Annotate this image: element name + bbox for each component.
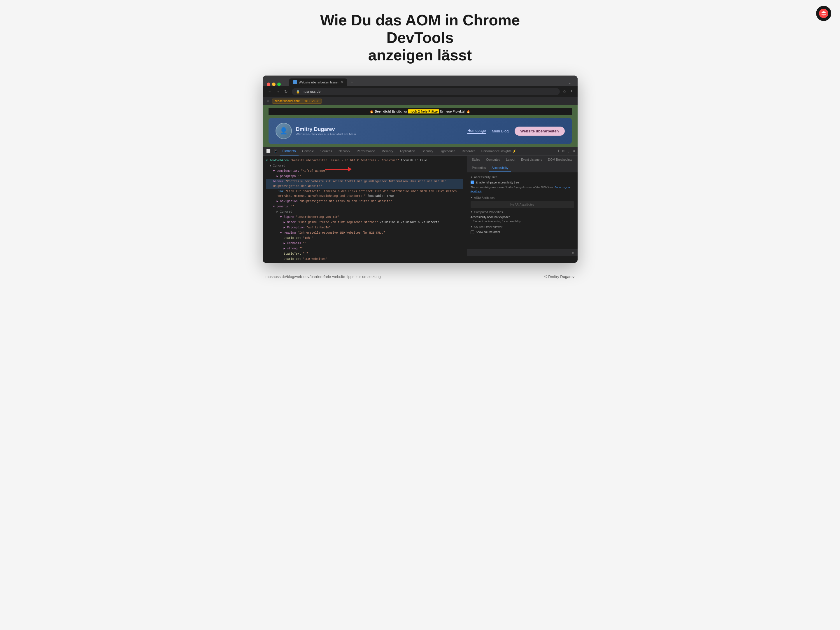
nav-link-homepage[interactable]: Homepage	[467, 128, 486, 134]
tab-recorder[interactable]: Recorder	[459, 147, 478, 155]
back-button[interactable]: ←	[267, 89, 273, 95]
cta-button[interactable]: Website überarbeiten	[515, 127, 565, 136]
dom-line: ▶ meter "Fünf gelbe Sterne von fünf mögl…	[266, 220, 463, 225]
right-tabs: Styles Computed Layout Event Listeners D…	[467, 156, 578, 173]
footer-copyright: © Dmitry Dugarev	[544, 274, 575, 279]
element-chip: header.header.dark 1501×129.36	[272, 98, 322, 103]
devtools-more-button[interactable]: ⋮	[567, 149, 571, 153]
show-source-order-checkbox[interactable]	[471, 230, 474, 234]
nav-link-blog[interactable]: Mein Blog	[492, 129, 509, 133]
dom-line: StaticText " "	[266, 252, 463, 256]
enable-checkbox[interactable]: ✓	[471, 180, 474, 184]
tab-console[interactable]: Console	[299, 147, 317, 155]
dom-line: ▼ generic ""	[266, 204, 463, 209]
devtools-right-panel: Styles Computed Layout Event Listeners D…	[467, 156, 578, 249]
promo-highlight: noch 2 freie Plätze	[408, 109, 439, 114]
right-tab-accessibility[interactable]: Accessibility	[489, 164, 511, 172]
dom-line: ▶ Figcaption "auf LinkedIn"	[266, 225, 463, 230]
tab-title-text: Website überarbeiten lassen	[299, 81, 339, 84]
maximize-window-button[interactable]	[277, 82, 281, 86]
dom-line: ▶ navigation "Hauptnavigation mit Links …	[266, 199, 463, 204]
accessibility-info-text: The accessibility tree moved to the top …	[471, 185, 574, 194]
computed-properties-label: Computed Properties	[474, 210, 503, 214]
right-tab-styles[interactable]: Styles	[469, 156, 483, 163]
tab-lighthouse[interactable]: Lighthouse	[437, 147, 458, 155]
page-title: Wie Du das AOM in Chrome DevTools anzeig…	[289, 12, 551, 64]
inspect-element-button[interactable]: ⬜	[265, 149, 272, 153]
tab-network[interactable]: Network	[336, 147, 353, 155]
dom-line: StaticText " für "	[266, 262, 463, 263]
source-order-label: Source Order Viewer	[474, 225, 502, 229]
tab-close-button[interactable]: ×	[341, 80, 343, 84]
tab-elements[interactable]: Elements	[279, 147, 299, 155]
dom-line: ▼ RootWebArea "Website überarbeiten lass…	[266, 158, 463, 163]
refresh-button[interactable]: ↻	[283, 89, 289, 95]
accessibility-tree-label: Accessibility Tree	[474, 175, 497, 179]
logo-icon[interactable]	[816, 6, 831, 21]
tab-security[interactable]: Security	[419, 147, 436, 155]
dom-line: ▶ strong ""	[266, 246, 463, 252]
bookmark-button[interactable]: ☆	[563, 89, 567, 94]
dom-line: ▼ figure "Gesamtbewertung von mir"	[266, 215, 463, 220]
element-highlight-bar: ✉ header.header.dark 1501×129.36	[263, 97, 578, 105]
tab-performance[interactable]: Performance	[354, 147, 378, 155]
close-window-button[interactable]	[267, 82, 270, 86]
devtools-settings-button[interactable]: 1	[557, 149, 559, 153]
tab-application[interactable]: Application	[396, 147, 418, 155]
enable-checkbox-row: ✓ Enable full-page accessibility tree	[471, 180, 574, 184]
devtools-body: ▼ RootWebArea "Website überarbeiten lass…	[263, 156, 578, 249]
show-source-order-label: Show source order	[476, 230, 501, 234]
new-tab-button[interactable]: +	[349, 78, 356, 86]
computed-prop-2: Element not interesting for accessibilit…	[471, 220, 574, 223]
close-drawer-button[interactable]: ×	[572, 251, 574, 255]
address-text: musnuss.de	[302, 90, 321, 93]
footer: musnuss.de/blog/web-dev/barrierefreie-we…	[263, 274, 578, 279]
more-button[interactable]: ⋮	[569, 89, 573, 94]
forward-button[interactable]: →	[275, 89, 281, 95]
traffic-lights	[267, 82, 281, 86]
tab-sources[interactable]: Sources	[317, 147, 335, 155]
devtools-close-button[interactable]: ×	[573, 149, 575, 153]
promo-bar: 🔥 Beeil dich! Es gibt nur noch 2 freie P…	[268, 108, 572, 115]
right-tab-computed[interactable]: Computed	[483, 156, 503, 163]
dom-tree[interactable]: ▼ RootWebArea "Website überarbeiten lass…	[263, 156, 467, 263]
show-source-order-row: Show source order	[471, 230, 574, 234]
tab-performance-insights[interactable]: Performance insights ⚡	[478, 147, 519, 155]
accessibility-tree-header[interactable]: ▼ Accessibility Tree	[471, 175, 574, 179]
computed-prop-1: Accessibility node not exposed	[471, 215, 574, 219]
profile-title: Website-Entwickler aus Frankfurt am Main	[296, 132, 356, 136]
address-bar[interactable]: 🔒 musnuss.de	[292, 88, 560, 95]
dom-line: ▶ paragraph ""	[266, 174, 463, 179]
right-tab-layout[interactable]: Layout	[504, 156, 518, 163]
dom-line: ▶ emphasis ""	[266, 241, 463, 246]
expand-button[interactable]: ⌄	[566, 80, 573, 86]
enable-checkbox-label: Enable full-page accessibility tree	[476, 181, 519, 184]
dom-line: Link "Link zur Startseite. Innerhalb des…	[266, 189, 463, 199]
dom-line: ▼ Ignored	[266, 163, 463, 169]
minimize-window-button[interactable]	[272, 82, 276, 86]
aria-attributes-label: ARIA Attributes	[474, 196, 494, 199]
dom-line: ▼ heading "Ich erstelleresponsive SEO-We…	[266, 230, 463, 236]
source-order-header[interactable]: ▼ Source Order Viewer	[471, 225, 574, 229]
devtools-gear-button[interactable]: ⚙	[562, 149, 565, 153]
devtools: ⬜ 📱 Elements Console Sources Network Per…	[263, 147, 578, 263]
active-tab[interactable]: Website überarbeiten lassen ×	[289, 78, 347, 86]
footer-url: musnuss.de/blog/web-dev/barrierefreie-we…	[265, 274, 381, 279]
svg-point-0	[819, 9, 828, 18]
dom-line: StaticText "Ich "	[266, 236, 463, 241]
dom-line-selected[interactable]: banner "Kopfzeile der Website mit meinem…	[266, 179, 463, 189]
right-tab-properties[interactable]: Properties	[469, 164, 489, 172]
computed-properties-header[interactable]: ▼ Computed Properties	[471, 210, 574, 214]
right-tab-dom-breakpoints[interactable]: DOM Breakpoints	[545, 156, 575, 163]
right-tab-event-listeners[interactable]: Event Listeners	[518, 156, 545, 163]
device-mode-button[interactable]: 📱	[272, 149, 279, 153]
browser-window: Website überarbeiten lassen × + ⌄ ← → ↻ …	[263, 76, 578, 263]
nav-bar: ← → ↻ 🔒 musnuss.de ☆ ⋮	[263, 86, 578, 97]
avatar: 👤	[276, 123, 292, 139]
no-aria-text: No ARIA attributes	[471, 201, 574, 208]
accessibility-panel-content: ▼ Accessibility Tree ✓ Enable full-page …	[467, 173, 578, 249]
aria-attributes-header[interactable]: ▼ ARIA Attributes	[471, 196, 574, 199]
tab-favicon	[293, 80, 297, 84]
dom-line: ▶ Ignored	[266, 209, 463, 215]
tab-memory[interactable]: Memory	[379, 147, 396, 155]
